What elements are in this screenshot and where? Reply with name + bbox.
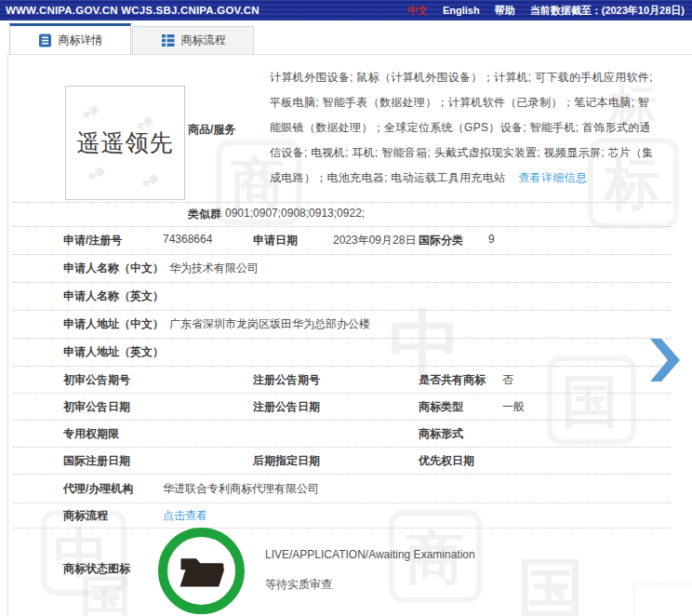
similar-group-value: 0901;0907;0908;0913;0922; bbox=[225, 207, 365, 220]
agency-value: 华进联合专利商标代理有限公司 bbox=[163, 481, 319, 497]
trademark-type-value: 一般 bbox=[502, 399, 525, 415]
international-class-label: 国际分类 bbox=[419, 233, 463, 248]
row-divider bbox=[13, 393, 672, 394]
goods-detail-link[interactable]: 查看详细信息 bbox=[518, 171, 587, 184]
shared-trademark-value: 否 bbox=[502, 372, 513, 388]
tab-trademark-process[interactable]: 商标流程 bbox=[132, 26, 254, 54]
applicant-name-cn-label: 申请人名称（中文） bbox=[63, 261, 164, 276]
row-divider bbox=[13, 474, 672, 475]
application-number-value: 74368664 bbox=[163, 233, 212, 246]
international-registration-date-label: 国际注册日期 bbox=[63, 453, 130, 469]
topbar-menu: 中文 English 帮助 当前数据截至：(2023年10月28日) bbox=[407, 4, 692, 18]
row-divider bbox=[13, 310, 672, 311]
data-cutoff-text: 当前数据截至：(2023年10月28日) bbox=[530, 4, 685, 18]
help-link[interactable]: 帮助 bbox=[495, 4, 515, 18]
goods-text: 计算机外围设备; 鼠标（计算机外围设备）；计算机; 可下载的手机应用软件; 平板… bbox=[270, 71, 654, 184]
applicant-address-en-label: 申请人地址（英文） bbox=[63, 344, 164, 360]
process-view-link[interactable]: 点击查看 bbox=[163, 508, 207, 524]
application-number-label: 申请/注册号 bbox=[63, 233, 122, 248]
row-divider bbox=[13, 528, 672, 529]
row-divider bbox=[13, 202, 672, 203]
row-divider bbox=[13, 282, 672, 283]
tab-label: 商标详情 bbox=[59, 33, 103, 48]
agency-label: 代理/办理机构 bbox=[63, 481, 133, 497]
trademark-type-label: 商标类型 bbox=[419, 399, 463, 415]
goods-text-block: 计算机外围设备; 鼠标（计算机外围设备）；计算机; 可下载的手机应用软件; 平板… bbox=[270, 65, 657, 191]
trademark-image: 中国 中国 中国 中国 遥遥领先 bbox=[65, 86, 185, 200]
row-divider bbox=[13, 420, 672, 421]
international-class-value: 9 bbox=[488, 233, 495, 246]
tab-label: 商标流程 bbox=[181, 33, 226, 48]
exclusive-right-period-label: 专用权期限 bbox=[63, 426, 119, 442]
goods-label: 商品/服务 bbox=[188, 122, 235, 138]
row-divider bbox=[13, 254, 672, 255]
trademark-image-watermark: 中国 bbox=[81, 103, 101, 123]
site-url-text: WWW.CNIPA.GOV.CN WCJS.SBJ.CNIPA.GOV.CN bbox=[0, 5, 260, 16]
first-trial-no-label: 初审公告期号 bbox=[63, 372, 130, 388]
later-designation-date-label: 后期指定日期 bbox=[253, 453, 320, 469]
status-text-en: LIVE/APPLICATION/Awaiting Examination bbox=[265, 548, 475, 561]
status-ring bbox=[158, 528, 245, 614]
process-label: 商标流程 bbox=[63, 508, 108, 524]
trademark-text: 遥遥领先 bbox=[77, 127, 174, 158]
lang-zh-link[interactable]: 中文 bbox=[407, 4, 428, 18]
row-divider bbox=[13, 502, 672, 503]
corner-overlay-box bbox=[633, 583, 692, 616]
similar-group-label: 类似群 bbox=[188, 207, 221, 222]
applicant-name-cn-value: 华为技术有限公司 bbox=[169, 261, 259, 276]
application-date-label: 申请日期 bbox=[253, 233, 298, 248]
open-folder-icon bbox=[178, 553, 226, 590]
trademark-image-watermark: 中国 bbox=[140, 172, 161, 192]
applicant-address-cn-value: 广东省深圳市龙岗区坂田华为总部办公楼 bbox=[169, 316, 370, 332]
row-divider bbox=[13, 447, 672, 448]
registration-notice-no-label: 注册公告期号 bbox=[253, 372, 320, 388]
bullet-list-icon bbox=[161, 33, 175, 47]
applicant-name-en-label: 申请人名称（英文） bbox=[63, 288, 164, 304]
trademark-detail-page: WWW.CNIPA.GOV.CN WCJS.SBJ.CNIPA.GOV.CN 中… bbox=[0, 0, 692, 616]
row-divider bbox=[13, 366, 672, 367]
topbar: WWW.CNIPA.GOV.CN WCJS.SBJ.CNIPA.GOV.CN 中… bbox=[0, 0, 692, 20]
status-text-cn: 等待实质审查 bbox=[265, 577, 332, 593]
row-divider bbox=[13, 338, 672, 339]
document-list-icon bbox=[38, 33, 52, 47]
priority-date-label: 优先权日期 bbox=[419, 453, 474, 469]
trademark-image-watermark: 中国 bbox=[86, 165, 107, 184]
first-trial-date-label: 初审公告日期 bbox=[63, 399, 130, 415]
shared-trademark-label: 是否共有商标 bbox=[419, 372, 486, 388]
applicant-address-cn-label: 申请人地址（中文） bbox=[63, 316, 164, 332]
chevron-right-icon[interactable] bbox=[650, 339, 681, 382]
registration-notice-date-label: 注册公告日期 bbox=[253, 399, 320, 415]
lang-en-link[interactable]: English bbox=[443, 5, 480, 16]
row-divider bbox=[13, 226, 672, 227]
application-date-value: 2023年09月28日 bbox=[333, 233, 416, 248]
tab-trademark-detail[interactable]: 商标详情 bbox=[9, 23, 131, 54]
status-icon-label: 商标状态图标 bbox=[63, 561, 130, 577]
trademark-form-label: 商标形式 bbox=[419, 426, 463, 442]
